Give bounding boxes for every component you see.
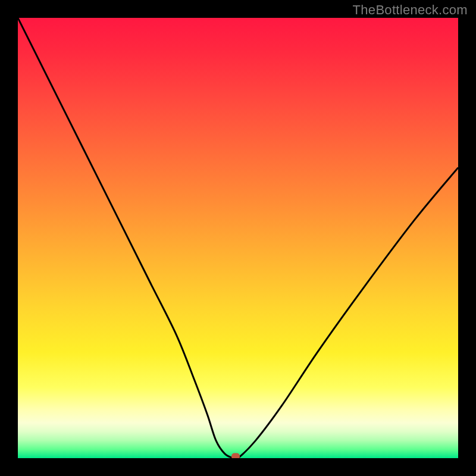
curve-line bbox=[18, 18, 458, 458]
plot-area bbox=[18, 18, 458, 458]
bottleneck-curve bbox=[18, 18, 458, 458]
watermark-text: TheBottleneck.com bbox=[353, 2, 468, 18]
chart-frame: TheBottleneck.com bbox=[0, 0, 476, 476]
optimal-marker bbox=[231, 453, 240, 459]
